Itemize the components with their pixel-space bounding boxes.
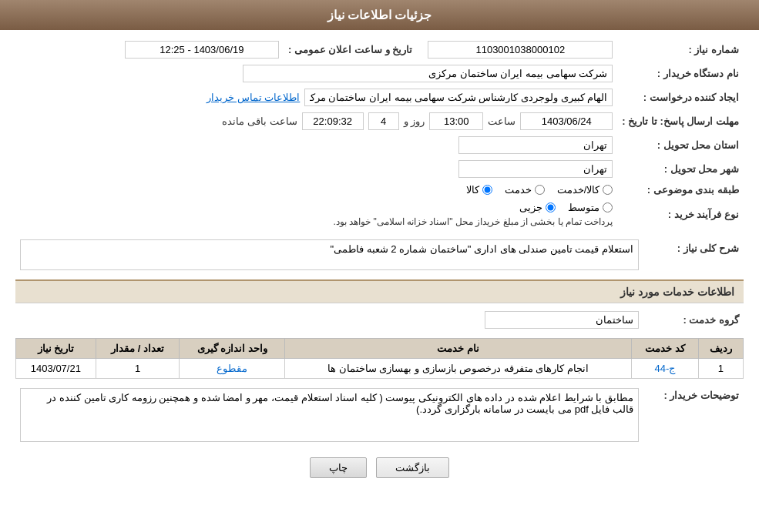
deadline-days-input[interactable] (368, 112, 399, 130)
delivery-city-input[interactable] (458, 160, 613, 178)
need-description-label: شرح کلی نیاز : (643, 236, 744, 273)
category-option-kala[interactable]: کالا (466, 184, 492, 196)
services-section-title: اطلاعات خدمات مورد نیاز (15, 279, 744, 303)
print-button[interactable]: چاپ (310, 457, 367, 478)
cell-quantity: 1 (96, 359, 180, 379)
delivery-city-label: شهر محل تحویل : (617, 157, 744, 181)
requester-input[interactable] (304, 89, 613, 106)
buyer-notes-label: توضیحات خریدار : (643, 385, 744, 445)
delivery-province-label: استان محل تحویل : (617, 133, 744, 157)
back-button[interactable]: بازگشت (376, 457, 449, 478)
buyer-notes-box: مطابق با شرایط اعلام شده در داده های الک… (20, 388, 639, 442)
category-option-kala-khedmat[interactable]: کالا/خدمت (557, 184, 613, 196)
bottom-buttons: بازگشت چاپ (15, 457, 744, 478)
cell-unit: مقطوع (180, 359, 285, 379)
reply-deadline-label: مهلت ارسال پاسخ: تا تاریخ : (617, 109, 744, 133)
col-row: ردیف (698, 339, 743, 359)
need-description-text: استعلام قیمت تامین صندلی های اداری "ساخت… (330, 243, 633, 255)
remaining-label: ساعت باقی مانده (222, 115, 297, 127)
col-code: کد خدمت (632, 339, 699, 359)
time-label: ساعت (488, 115, 516, 127)
announce-datetime-label: تاریخ و ساعت اعلان عمومی : (284, 38, 417, 62)
col-name: نام خدمت (285, 339, 632, 359)
deadline-date-input[interactable] (520, 112, 613, 130)
delivery-province-input[interactable] (458, 136, 613, 154)
days-label: روز و (404, 115, 425, 127)
services-table: ردیف کد خدمت نام خدمت واحد اندازه گیری ت… (15, 338, 744, 379)
service-group-input[interactable] (485, 311, 639, 329)
page-title: جزئیات اطلاعات نیاز (327, 8, 432, 22)
buyer-notes-text: مطابق با شرایط اعلام شده در داده های الک… (47, 392, 633, 415)
cell-row: 1 (698, 359, 743, 379)
buyer-org-label: نام دستگاه خریدار : (617, 62, 744, 85)
page-header: جزئیات اطلاعات نیاز (0, 0, 759, 30)
cell-code: ج-44 (632, 359, 699, 379)
process-type-label: نوع فرآیند خرید : (617, 199, 744, 230)
category-option-khedmat[interactable]: خدمت (505, 184, 545, 196)
need-description-box: استعلام قیمت تامین صندلی های اداری "ساخت… (20, 239, 639, 270)
col-quantity: تعداد / مقدار (96, 339, 180, 359)
process-option-motavasset[interactable]: متوسط (568, 202, 613, 213)
process-note: پرداخت تمام یا بخشی از مبلغ خریداز محل "… (20, 216, 613, 227)
deadline-remaining-input[interactable] (302, 112, 364, 130)
deadline-time-input[interactable] (429, 112, 483, 130)
service-group-label: گروه خدمت : (643, 308, 744, 332)
need-number-label: شماره نیاز : (617, 38, 744, 62)
need-number-input[interactable] (428, 41, 613, 59)
announce-datetime-input[interactable] (125, 41, 279, 59)
col-date: تاریخ نیاز (16, 339, 96, 359)
buyer-org-input[interactable] (243, 65, 613, 82)
requester-label: ایجاد کننده درخواست : (617, 85, 744, 109)
table-row: 1 ج-44 انجام کارهای متفرقه درخصوص بازساز… (16, 359, 744, 379)
col-unit: واحد اندازه گیری (180, 339, 285, 359)
process-option-jozi[interactable]: جزیی (519, 202, 556, 213)
cell-date: 1403/07/21 (16, 359, 96, 379)
category-label: طبقه بندی موضوعی : (617, 181, 744, 199)
contact-info-link[interactable]: اطلاعات تماس خریدار (207, 92, 300, 103)
cell-name: انجام کارهای متفرقه درخصوص بازسازی و بهس… (285, 359, 632, 379)
